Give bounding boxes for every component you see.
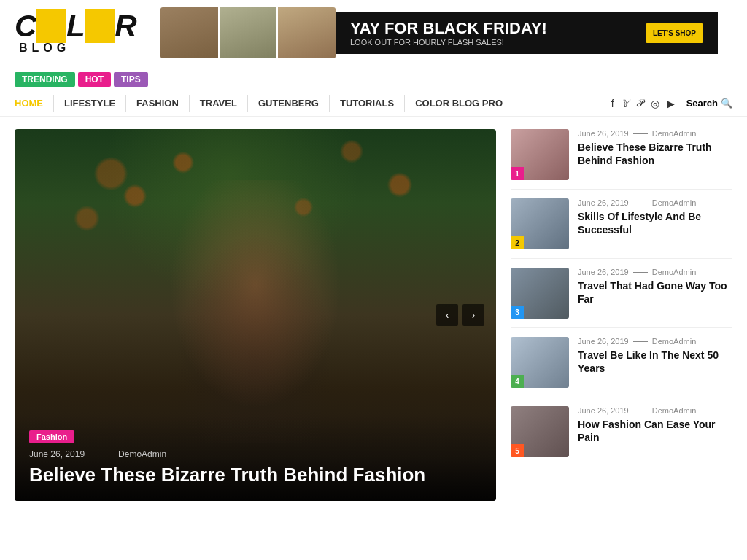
- sidebar-number-3: 3: [511, 306, 524, 319]
- sidebar-author-2: DemoAdmin: [652, 198, 697, 207]
- sidebar-info-3: June 26, 2019 DemoAdmin Travel That Had …: [578, 268, 732, 306]
- nav-home[interactable]: HOME: [15, 95, 54, 112]
- sidebar-line-5: [633, 411, 648, 411]
- sidebar-meta-2: June 26, 2019 DemoAdmin: [578, 198, 732, 207]
- sidebar-date-2: June 26, 2019: [578, 198, 629, 207]
- search-label: Search: [686, 98, 718, 109]
- sidebar-line-4: [633, 341, 648, 342]
- hero-meta: June 26, 2019 DemoAdmin: [29, 449, 481, 459]
- instagram-icon[interactable]: ◎: [651, 98, 659, 109]
- hero-prev-button[interactable]: ‹: [436, 304, 458, 326]
- hero-meta-line: [90, 454, 112, 454]
- sidebar-author-4: DemoAdmin: [652, 337, 697, 346]
- sidebar: 1 June 26, 2019 DemoAdmin Believe These …: [511, 129, 732, 501]
- sidebar-number-4: 4: [511, 375, 524, 388]
- nav-fashion[interactable]: FASHION: [126, 95, 190, 112]
- sidebar-info-2: June 26, 2019 DemoAdmin Skills Of Lifest…: [578, 198, 732, 236]
- sidebar-thumb-5: 5: [511, 406, 569, 457]
- content: ‹ › Fashion June 26, 2019 DemoAdmin Beli…: [0, 117, 747, 513]
- nav-search[interactable]: Search 🔍: [686, 98, 732, 109]
- sidebar-thumb-4: 4: [511, 337, 569, 388]
- sidebar-title-2[interactable]: Skills Of Lifestyle And Be Successful: [578, 210, 732, 236]
- sidebar-title-3[interactable]: Travel That Had Gone Way Too Far: [578, 279, 732, 306]
- sidebar-author-3: DemoAdmin: [652, 268, 697, 276]
- sidebar-thumb-3: 3: [511, 268, 569, 319]
- twitter-icon[interactable]: 𝕐: [622, 98, 629, 109]
- tag-hot[interactable]: HOT: [78, 72, 111, 87]
- nav-travel[interactable]: TRAVEL: [190, 95, 248, 112]
- sidebar-item-1: 1 June 26, 2019 DemoAdmin Believe These …: [511, 129, 732, 190]
- hero-author: DemoAdmin: [118, 449, 166, 459]
- banner-img-1: [160, 7, 218, 58]
- logo-color[interactable]: COLOR: [15, 11, 146, 42]
- sidebar-item-4: 4 June 26, 2019 DemoAdmin Travel Be Like…: [511, 337, 732, 397]
- facebook-icon[interactable]: f: [611, 98, 614, 109]
- sidebar-meta-1: June 26, 2019 DemoAdmin: [578, 129, 732, 138]
- banner-img-3: [278, 7, 336, 58]
- sidebar-date-1: June 26, 2019: [578, 129, 629, 138]
- sidebar-date-5: June 26, 2019: [578, 406, 629, 415]
- banner-img-2: [220, 7, 277, 58]
- main-nav: HOME LIFESTYLE FASHION TRAVEL GUTENBERG …: [0, 90, 747, 117]
- banner-area: YAY FOR BLACK FRIDAY! LOOK OUT FOR HOURL…: [160, 7, 718, 58]
- tag-tips[interactable]: TIPS: [114, 72, 148, 87]
- sidebar-line-3: [633, 272, 648, 273]
- sidebar-date-4: June 26, 2019: [578, 337, 629, 346]
- sidebar-author-5: DemoAdmin: [652, 406, 697, 415]
- nav-colorblogpro[interactable]: COLOR BLOG PRO: [405, 95, 513, 112]
- banner-subtext: LOOK OUT FOR HOURLY FLASH SALES!: [350, 38, 547, 47]
- nav-gutenberg[interactable]: GUTENBERG: [248, 95, 330, 112]
- hero-date: June 26, 2019: [29, 449, 85, 459]
- sidebar-item-5: 5 June 26, 2019 DemoAdmin How Fashion Ca…: [511, 406, 732, 466]
- sidebar-thumb-1: 1: [511, 129, 569, 180]
- banner-headline: YAY FOR BLACK FRIDAY!: [350, 19, 547, 38]
- nav-tags: TRENDING HOT TIPS: [0, 66, 747, 90]
- banner-cta-button[interactable]: LET'S SHOP: [646, 23, 703, 43]
- sidebar-item-2: 2 June 26, 2019 DemoAdmin Skills Of Life…: [511, 198, 732, 259]
- nav-tutorials[interactable]: TUTORIALS: [330, 95, 405, 112]
- nav-social: f 𝕐 𝒫 ◎ ▶: [611, 97, 675, 109]
- youtube-icon[interactable]: ▶: [667, 98, 675, 109]
- sidebar-number-5: 5: [511, 444, 524, 457]
- sidebar-date-3: June 26, 2019: [578, 268, 629, 276]
- sidebar-thumb-2: 2: [511, 198, 569, 249]
- sidebar-number-2: 2: [511, 236, 524, 249]
- hero-category[interactable]: Fashion: [29, 430, 74, 443]
- sidebar-info-4: June 26, 2019 DemoAdmin Travel Be Like I…: [578, 337, 732, 375]
- sidebar-number-1: 1: [511, 167, 524, 180]
- sidebar-info-1: June 26, 2019 DemoAdmin Believe These Bi…: [578, 129, 732, 167]
- search-icon[interactable]: 🔍: [721, 98, 732, 109]
- sidebar-author-1: DemoAdmin: [652, 129, 697, 138]
- hero-overlay: Fashion June 26, 2019 DemoAdmin Believe …: [15, 415, 496, 501]
- sidebar-line-2: [633, 203, 648, 203]
- sidebar-info-5: June 26, 2019 DemoAdmin How Fashion Can …: [578, 406, 732, 444]
- sidebar-meta-3: June 26, 2019 DemoAdmin: [578, 268, 732, 276]
- sidebar-line-1: [633, 133, 648, 134]
- sidebar-meta-5: June 26, 2019 DemoAdmin: [578, 406, 732, 415]
- sidebar-title-5[interactable]: How Fashion Can Ease Your Pain: [578, 418, 732, 444]
- banner-images: [160, 7, 336, 58]
- nav-lifestyle[interactable]: LIFESTYLE: [54, 95, 126, 112]
- hero-nav: ‹ ›: [436, 304, 484, 326]
- hero-next-button[interactable]: ›: [462, 304, 484, 326]
- pinterest-icon[interactable]: 𝒫: [636, 97, 643, 109]
- banner-black: YAY FOR BLACK FRIDAY! LOOK OUT FOR HOURL…: [336, 12, 718, 54]
- logo-area: COLOR BLOG: [15, 11, 146, 55]
- logo-blog: BLOG: [19, 42, 146, 55]
- sidebar-title-4[interactable]: Travel Be Like In The Next 50 Years: [578, 349, 732, 375]
- hero-title: Believe These Bizarre Truth Behind Fashi…: [29, 464, 481, 486]
- hero-slider: ‹ › Fashion June 26, 2019 DemoAdmin Beli…: [15, 129, 496, 501]
- sidebar-title-1[interactable]: Believe These Bizarre Truth Behind Fashi…: [578, 141, 732, 167]
- banner-text: YAY FOR BLACK FRIDAY! LOOK OUT FOR HOURL…: [350, 19, 547, 47]
- header: COLOR BLOG YAY FOR BLACK FRIDAY! LOOK OU…: [0, 0, 747, 66]
- sidebar-meta-4: June 26, 2019 DemoAdmin: [578, 337, 732, 346]
- sidebar-item-3: 3 June 26, 2019 DemoAdmin Travel That Ha…: [511, 268, 732, 328]
- tag-trending[interactable]: TRENDING: [15, 72, 75, 87]
